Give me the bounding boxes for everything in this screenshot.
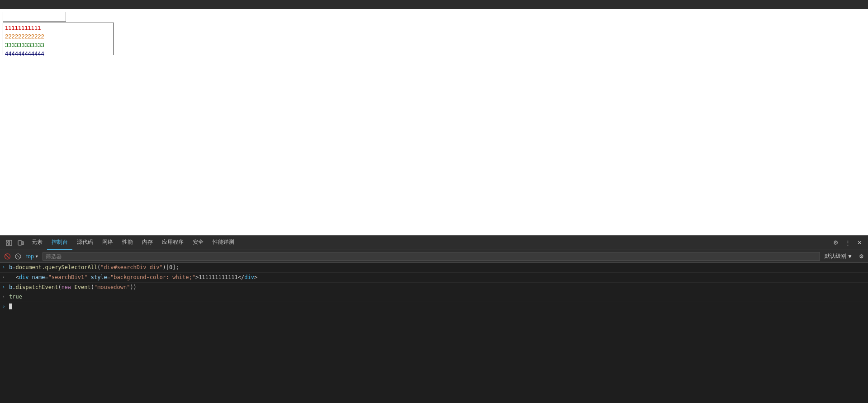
console-filter-input[interactable] <box>43 252 821 261</box>
console-input-line-1: › b=document.querySelectorAll("div#searc… <box>0 263 868 273</box>
filter-toggle-icon-btn[interactable] <box>14 252 23 261</box>
main-content: 11111111111 222222222222 333333333333 44… <box>0 9 868 234</box>
console-input-arrow-1: › <box>2 264 5 270</box>
tab-performance[interactable]: 性能 <box>118 236 138 250</box>
svg-rect-4 <box>22 242 24 245</box>
console-output: › b=document.querySelectorAll("div#searc… <box>0 263 868 403</box>
console-input-arrow-2: › <box>2 284 5 290</box>
console-input-text-2: b.dispatchEvent(new Event("mousedown")) <box>9 284 137 291</box>
content-line-2: 222222222222 <box>5 33 112 41</box>
tab-sources[interactable]: 源代码 <box>72 236 98 250</box>
clear-console-icon-btn[interactable]: 🚫 <box>3 252 12 261</box>
context-arrow-icon: ▼ <box>35 254 39 259</box>
console-output-arrow-1: ‹ <box>2 274 5 280</box>
tab-security[interactable]: 安全 <box>188 236 208 250</box>
close-devtools-icon-btn[interactable]: ✕ <box>854 238 864 248</box>
log-level-arrow-icon: ▼ <box>847 253 853 260</box>
context-selector-btn[interactable]: top ▼ <box>24 252 41 261</box>
console-toolbar: 🚫 top ▼ 默认级别 ▼ ⚙ <box>0 250 868 263</box>
devtools-tabs: 元素 控制台 源代码 网络 性能 内存 应用程序 安全 性能详测 <box>27 236 831 250</box>
console-output-true: true <box>9 293 22 301</box>
console-prompt-line: › <box>0 302 868 310</box>
svg-rect-1 <box>6 243 9 246</box>
tab-memory[interactable]: 内存 <box>138 236 157 250</box>
console-output-arrow-2: ‹ <box>2 294 5 300</box>
context-label: top <box>26 253 34 260</box>
inspect-icon-btn[interactable] <box>4 237 14 248</box>
tab-console[interactable]: 控制台 <box>47 236 72 250</box>
tab-lighthouse[interactable]: 性能详测 <box>208 236 239 250</box>
svg-rect-0 <box>6 240 9 242</box>
devtools-panel: 元素 控制台 源代码 网络 性能 内存 应用程序 安全 性能详测 ⚙ ⋮ ✕ 🚫 <box>0 235 868 403</box>
svg-line-6 <box>17 255 19 258</box>
content-line-3: 333333333333 <box>5 41 112 50</box>
log-level-label: 默认级别 <box>825 252 846 260</box>
svg-rect-3 <box>18 241 22 245</box>
tab-network[interactable]: 网络 <box>98 236 118 250</box>
console-output-line-2: ‹ true <box>0 292 868 302</box>
settings-gear-icon-btn[interactable]: ⚙ <box>831 238 841 248</box>
console-input-text-1: b=document.querySelectorAll("div#searchD… <box>9 264 179 271</box>
search-input-container <box>3 12 66 22</box>
console-settings-icon-btn[interactable]: ⚙ <box>857 252 865 261</box>
console-input-line-2: › b.dispatchEvent(new Event("mousedown")… <box>0 283 868 293</box>
content-line-1: 11111111111 <box>5 24 112 33</box>
search-input[interactable] <box>3 12 66 22</box>
console-cursor <box>9 303 12 309</box>
console-output-text-1: <div name="searchDiv1" style="background… <box>9 274 257 281</box>
svg-rect-2 <box>9 240 12 246</box>
devtools-toolbar: 元素 控制台 源代码 网络 性能 内存 应用程序 安全 性能详测 ⚙ ⋮ ✕ <box>0 236 868 250</box>
console-output-line-1: ‹ <div name="searchDiv1" style="backgrou… <box>0 273 868 283</box>
devtools-right-icons: ⚙ ⋮ ✕ <box>831 238 864 248</box>
more-options-icon-btn[interactable]: ⋮ <box>843 238 853 248</box>
log-level-btn[interactable]: 默认级别 ▼ <box>822 251 855 261</box>
console-prompt-arrow: › <box>2 303 5 309</box>
tab-elements[interactable]: 元素 <box>27 236 47 250</box>
content-line-4: 444444444444 <box>5 50 112 58</box>
browser-top-bar <box>0 0 868 9</box>
device-icon-btn[interactable] <box>15 237 26 248</box>
content-box: 11111111111 222222222222 333333333333 44… <box>3 23 114 55</box>
tab-application[interactable]: 应用程序 <box>157 236 188 250</box>
